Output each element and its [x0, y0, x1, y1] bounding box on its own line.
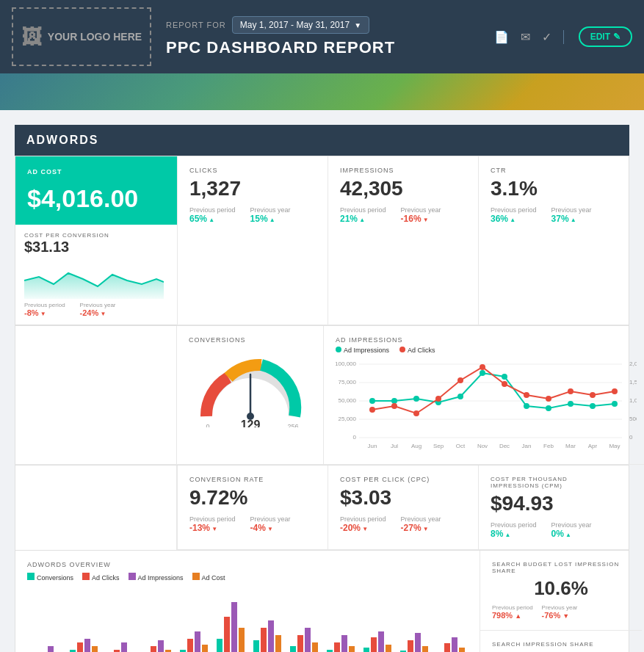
svg-text:1,000: 1,000 — [629, 397, 637, 404]
cpc-card: COST PER CLICK (CPC) $3.03 Previous peri… — [328, 466, 478, 550]
clicks-prev-year: Previous year 15% — [250, 206, 291, 224]
cost-per-conv-value: $31.13 — [24, 239, 168, 256]
ad-cost-spacer — [15, 326, 177, 465]
ad-cost-prev-year: Previous year -24% — [80, 302, 116, 317]
search-impression-card: SEARCH IMPRESSION SHARE 46.2% Previous p… — [480, 631, 642, 652]
svg-text:Mar: Mar — [565, 443, 576, 449]
conversions-gauge: 129 0 256 — [192, 347, 309, 427]
overview-label: ADWORDS OVERVIEW — [27, 561, 468, 568]
edit-label: EDIT — [590, 32, 610, 42]
svg-rect-89 — [224, 617, 230, 652]
svg-rect-105 — [371, 637, 377, 652]
impressions-prev: Previous period 21% Previous year -16% — [340, 206, 466, 224]
svg-point-35 — [435, 396, 441, 402]
header: 🖼 YOUR LOGO HERE REPORT FOR May 1, 2017 … — [0, 0, 644, 73]
ad-cost-label: AD COST — [27, 168, 165, 175]
svg-point-31 — [612, 401, 618, 407]
impressions-card: IMPRESSIONS 42,305 Previous period 21% P… — [328, 156, 478, 325]
adwords-row4: ADWORDS OVERVIEW Conversions Ad Clicks A… — [15, 551, 629, 652]
svg-rect-95 — [275, 635, 281, 652]
svg-text:0: 0 — [206, 423, 209, 427]
gauge-container: 129 0 256 — [189, 347, 311, 427]
overview-card: ADWORDS OVERVIEW Conversions Ad Clicks A… — [15, 551, 480, 652]
svg-rect-109 — [408, 640, 413, 652]
logo-icon: 🖼 — [21, 25, 42, 49]
ctr-prev-year: Previous year 37% — [551, 206, 592, 224]
svg-rect-97 — [297, 635, 303, 652]
check-icon[interactable]: ✓ — [542, 30, 551, 44]
svg-text:25,000: 25,000 — [339, 416, 357, 422]
svg-point-22 — [413, 396, 419, 402]
header-center: REPORT FOR May 1, 2017 - May 31, 2017 ▼ … — [151, 16, 494, 57]
svg-rect-96 — [290, 646, 296, 652]
svg-rect-90 — [231, 602, 237, 652]
report-for-label: REPORT FOR — [166, 21, 226, 29]
svg-point-33 — [391, 403, 397, 409]
cpm-prev-year: Previous year 0% — [551, 521, 592, 539]
svg-text:256: 256 — [287, 423, 298, 427]
svg-text:129: 129 — [240, 419, 260, 427]
svg-rect-92 — [253, 640, 259, 652]
svg-rect-113 — [444, 643, 450, 652]
svg-rect-93 — [261, 628, 267, 652]
svg-point-39 — [524, 392, 529, 398]
svg-rect-70 — [48, 646, 54, 652]
clicks-prev: Previous period 65% Previous year 15% — [189, 206, 316, 224]
ctr-prev: Previous period 36% Previous year 37% — [491, 206, 617, 224]
ctr-prev-period: Previous period 36% — [491, 206, 537, 224]
svg-rect-99 — [312, 642, 318, 652]
svg-point-40 — [546, 396, 551, 402]
ad-cost-prev-period: Previous period -8% — [24, 302, 65, 317]
cpc-prev-year: Previous year -27% — [401, 515, 441, 533]
adwords-row1: AD COST $4,016.00 COST PER CONVERSION $3… — [15, 156, 629, 326]
svg-rect-111 — [422, 646, 428, 652]
clicks-prev-period: Previous period 65% — [189, 206, 236, 224]
legend-ad-impressions: Ad Impressions — [129, 573, 184, 582]
ad-impressions-label: AD IMPRESSIONS — [336, 336, 637, 344]
svg-rect-106 — [378, 631, 384, 652]
logo-box: 🖼 YOUR LOGO HERE — [12, 7, 151, 66]
svg-point-21 — [391, 398, 397, 404]
right-metrics: SEARCH BUDGET LOST IMPRESSION SHARE 10.6… — [480, 551, 642, 652]
ad-impressions-chart-card: AD IMPRESSIONS Ad Impressions Ad Clicks … — [324, 326, 644, 465]
edit-button[interactable]: EDIT ✎ — [579, 26, 632, 47]
date-range-dropdown[interactable]: May 1, 2017 - May 31, 2017 ▼ — [232, 16, 369, 34]
report-for-row: REPORT FOR May 1, 2017 - May 31, 2017 ▼ — [166, 16, 494, 34]
legend-conversions: Conversions — [27, 573, 73, 582]
cpc-prev-period: Previous period -20% — [340, 515, 386, 533]
email-icon[interactable]: ✉ — [521, 30, 530, 44]
adwords-row2: CONVERSIONS 129 0 — [15, 326, 629, 466]
svg-point-32 — [369, 407, 375, 413]
svg-rect-91 — [239, 628, 245, 652]
svg-text:1,500: 1,500 — [629, 379, 637, 385]
cpm-prev-period-value: 8% — [491, 529, 537, 539]
svg-rect-87 — [202, 645, 208, 652]
search-budget-prev: Previous period 798% ▲ Previous year -76… — [492, 604, 630, 620]
svg-rect-88 — [217, 639, 222, 652]
svg-rect-78 — [121, 642, 127, 652]
search-budget-prev-period-value: 798% ▲ — [492, 611, 533, 620]
search-budget-prev-year-value: -76% ▼ — [542, 611, 578, 620]
svg-point-24 — [457, 394, 463, 399]
cpc-prev: Previous period -20% Previous year -27% — [340, 515, 466, 533]
ctr-prev-period-value: 36% — [491, 214, 537, 224]
svg-text:Feb: Feb — [543, 443, 554, 449]
svg-text:Jul: Jul — [391, 443, 398, 449]
svg-point-25 — [480, 370, 485, 376]
svg-text:2,000: 2,000 — [629, 361, 637, 367]
conversion-rate-label: CONVERSION RATE — [189, 476, 316, 483]
impressions-label: IMPRESSIONS — [340, 167, 466, 174]
pdf-icon[interactable]: 📄 — [494, 30, 509, 44]
cpm-prev-period: Previous period 8% — [491, 521, 537, 539]
dropdown-chevron-icon: ▼ — [354, 21, 361, 29]
conversion-rate-value: 9.72% — [189, 486, 316, 510]
svg-rect-85 — [187, 639, 193, 652]
svg-rect-86 — [195, 631, 200, 652]
search-budget-prev-period: Previous period 798% ▲ — [492, 604, 533, 620]
svg-point-28 — [546, 405, 551, 411]
svg-rect-102 — [341, 635, 347, 652]
svg-rect-82 — [158, 640, 164, 652]
svg-point-43 — [612, 388, 618, 394]
svg-text:50,000: 50,000 — [339, 397, 357, 404]
header-icons: 📄 ✉ ✓ — [494, 30, 564, 44]
